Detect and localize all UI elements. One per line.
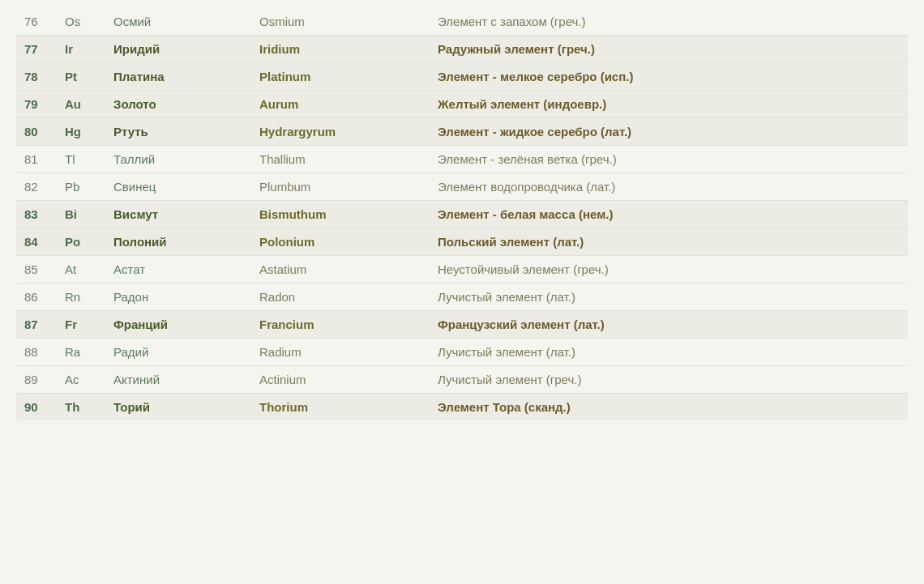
table-row: 88RaРадийRadiumЛучистый элемент (лат.) xyxy=(16,339,908,366)
element-russian-name: Ртуть xyxy=(105,118,251,146)
element-description: Элемент водопроводчика (лат.) xyxy=(430,173,908,201)
table-row: 84PoПолонийPoloniumПольский элемент (лат… xyxy=(16,228,908,256)
element-symbol: Os xyxy=(57,8,105,36)
element-symbol: Bi xyxy=(57,201,105,228)
element-number: 81 xyxy=(16,146,57,173)
element-russian-name: Иридий xyxy=(105,36,251,63)
element-symbol: Tl xyxy=(57,146,105,173)
element-number: 86 xyxy=(16,283,57,311)
table-row: 81TlТаллийThalliumЭлемент - зелёная ветк… xyxy=(16,146,908,173)
element-russian-name: Торий xyxy=(105,394,251,421)
element-description: Лучистый элемент (лат.) xyxy=(430,283,908,311)
table-row: 79AuЗолотоAurumЖелтый элемент (индоевр.) xyxy=(16,91,908,118)
element-latin-name: Radium xyxy=(251,339,430,366)
element-russian-name: Таллий xyxy=(105,146,251,173)
element-number: 79 xyxy=(16,91,57,118)
element-russian-name: Золото xyxy=(105,91,251,118)
element-number: 78 xyxy=(16,63,57,91)
table-row: 82PbСвинецPlumbumЭлемент водопроводчика … xyxy=(16,173,908,201)
element-russian-name: Франций xyxy=(105,311,251,339)
element-description: Элемент - зелёная ветка (греч.) xyxy=(430,146,908,173)
element-number: 83 xyxy=(16,201,57,228)
table-row: 87FrФранцийFranciumФранцузский элемент (… xyxy=(16,311,908,339)
element-number: 85 xyxy=(16,256,57,283)
element-latin-name: Radon xyxy=(251,283,430,311)
element-russian-name: Радон xyxy=(105,283,251,311)
table-row: 89AcАктинийActiniumЛучистый элемент (гре… xyxy=(16,366,908,394)
table-row: 80HgРтутьHydrargyrumЭлемент - жидкое сер… xyxy=(16,118,908,146)
element-description: Польский элемент (лат.) xyxy=(430,228,908,256)
element-symbol: Po xyxy=(57,228,105,256)
element-russian-name: Осмий xyxy=(105,8,251,36)
element-number: 90 xyxy=(16,394,57,421)
element-latin-name: Platinum xyxy=(251,63,430,91)
element-latin-name: Hydrargyrum xyxy=(251,118,430,146)
element-latin-name: Aurum xyxy=(251,91,430,118)
element-description: Элемент с запахом (греч.) xyxy=(430,8,908,36)
element-symbol: Pt xyxy=(57,63,105,91)
element-russian-name: Радий xyxy=(105,339,251,366)
element-description: Французский элемент (лат.) xyxy=(430,311,908,339)
element-description: Лучистый элемент (греч.) xyxy=(430,366,908,394)
table-row: 90ThТорийThoriumЭлемент Тора (сканд.) xyxy=(16,394,908,421)
table-row: 85AtАстатAstatiumНеустойчивый элемент (г… xyxy=(16,256,908,283)
table-row: 78PtПлатинаPlatinumЭлемент - мелкое сере… xyxy=(16,63,908,91)
element-number: 87 xyxy=(16,311,57,339)
element-russian-name: Висмут xyxy=(105,201,251,228)
element-description: Желтый элемент (индоевр.) xyxy=(430,91,908,118)
elements-table-container: 76OsОсмийOsmiumЭлемент с запахом (греч.)… xyxy=(0,0,924,428)
element-number: 80 xyxy=(16,118,57,146)
element-russian-name: Свинец xyxy=(105,173,251,201)
element-latin-name: Plumbum xyxy=(251,173,430,201)
element-description: Элемент Тора (сканд.) xyxy=(430,394,908,421)
element-description: Элемент - мелкое серебро (исп.) xyxy=(430,63,908,91)
table-row: 83BiВисмутBismuthumЭлемент - белая масса… xyxy=(16,201,908,228)
element-latin-name: Osmium xyxy=(251,8,430,36)
element-symbol: Ra xyxy=(57,339,105,366)
element-symbol: Rn xyxy=(57,283,105,311)
element-symbol: At xyxy=(57,256,105,283)
element-russian-name: Платина xyxy=(105,63,251,91)
element-number: 88 xyxy=(16,339,57,366)
element-number: 82 xyxy=(16,173,57,201)
element-latin-name: Actinium xyxy=(251,366,430,394)
element-symbol: Hg xyxy=(57,118,105,146)
element-russian-name: Актиний xyxy=(105,366,251,394)
table-row: 76OsОсмийOsmiumЭлемент с запахом (греч.) xyxy=(16,8,908,36)
element-description: Радужный элемент (греч.) xyxy=(430,36,908,63)
element-latin-name: Astatium xyxy=(251,256,430,283)
element-latin-name: Thallium xyxy=(251,146,430,173)
element-latin-name: Polonium xyxy=(251,228,430,256)
element-symbol: Ac xyxy=(57,366,105,394)
element-latin-name: Bismuthum xyxy=(251,201,430,228)
element-latin-name: Thorium xyxy=(251,394,430,421)
element-symbol: Pb xyxy=(57,173,105,201)
element-description: Лучистый элемент (лат.) xyxy=(430,339,908,366)
element-symbol: Th xyxy=(57,394,105,421)
elements-table: 76OsОсмийOsmiumЭлемент с запахом (греч.)… xyxy=(16,8,908,420)
table-row: 77IrИридийIridiumРадужный элемент (греч.… xyxy=(16,36,908,63)
element-number: 76 xyxy=(16,8,57,36)
element-russian-name: Астат xyxy=(105,256,251,283)
element-russian-name: Полоний xyxy=(105,228,251,256)
element-description: Элемент - белая масса (нем.) xyxy=(430,201,908,228)
element-symbol: Au xyxy=(57,91,105,118)
element-number: 77 xyxy=(16,36,57,63)
element-latin-name: Francium xyxy=(251,311,430,339)
element-number: 84 xyxy=(16,228,57,256)
table-row: 86RnРадонRadonЛучистый элемент (лат.) xyxy=(16,283,908,311)
element-description: Элемент - жидкое серебро (лат.) xyxy=(430,118,908,146)
element-number: 89 xyxy=(16,366,57,394)
element-symbol: Ir xyxy=(57,36,105,63)
element-description: Неустойчивый элемент (греч.) xyxy=(430,256,908,283)
element-symbol: Fr xyxy=(57,311,105,339)
element-latin-name: Iridium xyxy=(251,36,430,63)
